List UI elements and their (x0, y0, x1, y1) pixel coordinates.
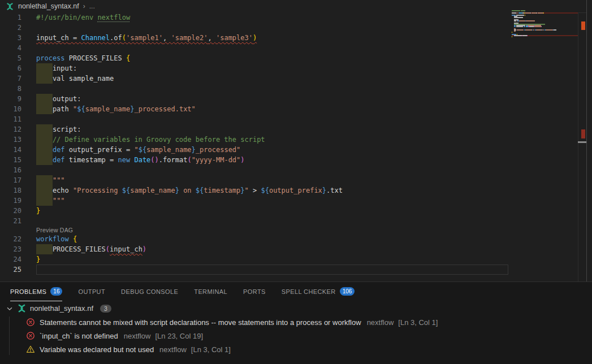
line-number: 21 (0, 216, 21, 226)
line-number: 7 (0, 73, 21, 84)
code-line[interactable]: 2 (0, 23, 512, 33)
panel-tab-output[interactable]: OUTPUT (78, 282, 105, 301)
code-line[interactable]: 19 """ (0, 196, 512, 206)
panel-tab-problems[interactable]: PROBLEMS16 (10, 282, 62, 301)
code-line[interactable]: 9 output: (0, 94, 512, 104)
overview-ruler-marker (581, 129, 585, 138)
problem-source: nextflow (367, 318, 394, 327)
panel-tab-label: PROBLEMS (10, 288, 46, 295)
breadcrumb[interactable]: nonlethal_syntax.nf › ... (0, 0, 592, 12)
problem-row[interactable]: Statements cannot be mixed with script d… (0, 315, 592, 329)
breadcrumb-ellipsis[interactable]: ... (89, 2, 95, 10)
code-token: ${ (139, 146, 146, 154)
code-token (69, 235, 73, 243)
code-line[interactable]: 21 (0, 216, 512, 226)
code-token: ( (150, 156, 154, 164)
code-line[interactable]: 23 PROCESS_FILES(input_ch) (0, 244, 512, 254)
code-editor[interactable]: 1#!/usr/bin/env nextflow23input_ch = Cha… (0, 12, 512, 275)
code-token: on (179, 187, 196, 194)
code-token: } (192, 146, 196, 154)
nextflow-file-icon (17, 304, 27, 313)
code-token: of (114, 34, 122, 42)
code-token: timestamp = (65, 156, 118, 164)
code-token: _processed.txt" (134, 105, 195, 113)
code-token: 'sample2' (171, 34, 208, 42)
code-line[interactable]: 8 (0, 84, 512, 94)
code-token: "Processing (73, 187, 122, 194)
line-number: 11 (0, 114, 21, 124)
tab-count-badge: 106 (340, 287, 355, 296)
nextflow-file-icon (6, 2, 14, 11)
panel-tab-label: DEBUG CONSOLE (121, 288, 178, 295)
line-number: 10 (0, 104, 21, 114)
line-number: 6 (0, 63, 21, 73)
code-line[interactable]: 18 echo "Processing ${sample_name} on ${… (0, 185, 512, 196)
indent-highlight (36, 135, 53, 145)
code-line-content: val sample_name (36, 73, 508, 84)
code-line[interactable]: 5process PROCESS_FILES { (0, 53, 512, 63)
code-line[interactable]: 3input_ch = Channel.of('sample1', 'sampl… (0, 33, 512, 43)
panel-tab-ports[interactable]: PORTS (243, 282, 266, 301)
panel-tab-label: SPELL CHECKER (282, 288, 336, 295)
warning-icon (26, 345, 35, 354)
line-number: 16 (0, 165, 21, 175)
line-number: 15 (0, 155, 21, 165)
code-line[interactable]: 24} (0, 254, 512, 265)
code-token: = (69, 34, 81, 42)
line-number: 4 (0, 43, 21, 53)
code-line[interactable]: 13 // Define variables in Groovy code be… (0, 135, 512, 145)
code-line[interactable]: 20} (0, 206, 512, 216)
code-token: def (53, 146, 65, 154)
error-icon (26, 331, 35, 340)
code-line-content: workflow { (36, 234, 508, 244)
code-line[interactable]: 16 (0, 165, 512, 175)
problem-location: [Ln 3, Col 1] (398, 318, 438, 327)
scrollbar-top-border (578, 12, 586, 13)
code-token: " (245, 187, 249, 194)
code-line[interactable]: 14 def output_prefix = "${sample_name}_p… (0, 145, 512, 155)
problem-location: [Ln 23, Col 19] (155, 332, 203, 340)
code-line-content: #!/usr/bin/env nextflow (36, 12, 508, 23)
code-line-content (36, 23, 508, 33)
code-line[interactable]: 10 path "${sample_name}_processed.txt" (0, 104, 512, 114)
panel-tab-terminal[interactable]: TERMINAL (194, 282, 227, 301)
code-token: workflow (36, 235, 69, 243)
code-line[interactable]: 12 script: (0, 124, 512, 135)
code-token: } (240, 187, 244, 194)
breadcrumb-separator-icon: › (83, 2, 85, 10)
problems-file-group[interactable]: nonlethal_syntax.nf 3 (0, 301, 592, 315)
code-line[interactable]: 7 val sample_name (0, 73, 512, 84)
code-line[interactable]: 22workflow { (0, 234, 512, 244)
code-line[interactable]: 11 (0, 114, 512, 124)
code-line[interactable]: 25 (0, 265, 512, 275)
code-line-content: """ (36, 196, 508, 206)
panel-tab-spell-checker[interactable]: SPELL CHECKER106 (282, 282, 355, 301)
code-line[interactable]: 1#!/usr/bin/env nextflow (0, 12, 512, 23)
code-line-content (36, 216, 508, 226)
code-line[interactable]: 15 def timestamp = new Date().format("yy… (0, 155, 512, 165)
panel-tab-debug-console[interactable]: DEBUG CONSOLE (121, 282, 178, 301)
minimap[interactable] (512, 10, 578, 44)
chevron-down-icon[interactable] (6, 305, 14, 313)
code-token: , (163, 34, 171, 42)
code-line-content: script: (36, 124, 508, 135)
code-token: Date (134, 156, 150, 164)
code-line[interactable]: 4 (0, 43, 512, 53)
codelens-preview-dag[interactable]: Preview DAG (36, 227, 73, 233)
code-line[interactable]: 17 """ (0, 175, 512, 185)
overview-ruler-marker (581, 21, 585, 30)
code-token: ) (253, 34, 257, 42)
line-number: 22 (0, 234, 21, 244)
code-line[interactable]: 6 input: (0, 63, 512, 73)
code-line-content (36, 265, 508, 275)
code-line-content: } (36, 206, 508, 216)
breadcrumb-filename[interactable]: nonlethal_syntax.nf (18, 2, 79, 10)
indent-highlight (36, 155, 53, 165)
code-line-content: PROCESS_FILES(input_ch) (36, 244, 508, 254)
code-line-content: """ (36, 175, 508, 185)
code-token: Channel (81, 34, 110, 42)
problem-row[interactable]: Variable was declared but not usednextfl… (0, 343, 592, 356)
problem-row[interactable]: `input_ch` is not definednextflow[Ln 23,… (0, 329, 592, 343)
code-token: ( (187, 156, 191, 164)
code-token: .txt (326, 187, 343, 194)
